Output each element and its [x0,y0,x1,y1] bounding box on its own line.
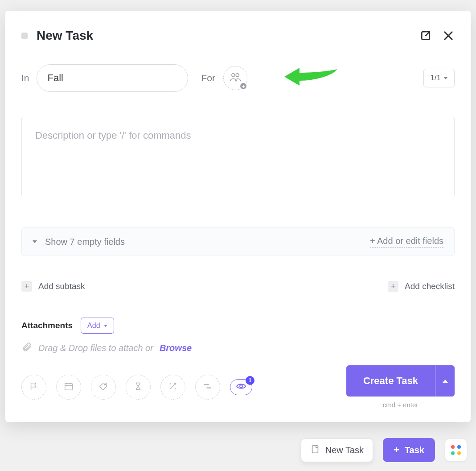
add-checklist-button[interactable]: + Add checklist [388,281,455,292]
task-status-indicator[interactable] [21,33,28,39]
draft-task-pill[interactable]: New Task [301,438,373,462]
app-launcher-button[interactable] [445,439,467,461]
chevron-up-icon [443,380,448,383]
add-subtask-label: Add subtask [38,281,85,291]
quick-task-label: Task [405,445,424,455]
app-dot [451,445,455,449]
create-task-button[interactable]: Create Task [346,365,435,397]
location-assignee-row: In Fall For + 1/1 [21,64,455,92]
add-assignee-badge: + [239,82,247,90]
chevron-down-icon [443,77,448,79]
drag-drop-text: Drag & Drop files to attach or [38,343,153,353]
description-placeholder: Description or type '/' for commands [35,130,441,141]
attachments-title: Attachments [21,321,73,331]
chevron-down-icon[interactable] [33,240,37,243]
app-dot [457,445,461,449]
app-dot [457,451,461,455]
counter-value: 1/1 [430,74,441,83]
quick-task-button[interactable]: + Task [383,438,435,462]
flag-icon [29,381,39,393]
paperclip-icon [21,342,32,355]
eye-icon [236,382,246,392]
tag-icon [98,381,108,393]
tags-picker[interactable] [91,375,116,400]
new-task-modal: New Task In Fall For [5,11,471,422]
hourglass-icon [134,381,143,393]
plus-icon: + [21,281,32,292]
svg-point-2 [232,74,235,77]
note-icon [310,444,320,456]
svg-point-8 [104,384,105,385]
description-input[interactable]: Description or type '/' for commands [21,117,455,196]
dependency-icon [203,382,213,392]
close-icon[interactable] [442,29,455,42]
add-attachment-label: Add [87,322,100,330]
tutorial-arrow-icon [284,67,338,88]
calendar-icon [64,381,74,393]
assignee-picker[interactable]: + [223,66,247,90]
add-subtask-button[interactable]: + Add subtask [21,281,85,292]
svg-point-11 [240,385,242,388]
show-fields-toggle[interactable]: Show 7 empty fields [45,237,125,247]
watchers-button[interactable]: 1 [230,379,252,395]
modal-title[interactable]: New Task [37,29,420,43]
svg-rect-12 [312,445,318,453]
add-checklist-label: Add checklist [405,281,455,291]
dependency-picker[interactable] [195,375,220,400]
for-label: For [201,73,216,83]
people-icon [229,72,242,84]
add-attachment-button[interactable]: Add [81,318,114,334]
due-date-picker[interactable] [56,375,81,400]
modal-header: New Task [21,29,455,43]
time-estimate-picker[interactable] [126,375,151,400]
svg-rect-4 [65,383,73,390]
watchers-count-badge: 1 [246,376,254,385]
browse-link[interactable]: Browse [160,343,192,353]
plus-icon: + [394,444,399,456]
list-selector[interactable]: Fall [37,64,188,92]
subtask-checklist-row: + Add subtask + Add checklist [21,281,455,292]
draft-task-label: New Task [325,445,364,455]
sparkle-icon [168,381,178,393]
priority-picker[interactable] [21,375,46,400]
svg-point-3 [236,74,239,77]
in-label: In [21,73,29,83]
drag-drop-area[interactable]: Drag & Drop files to attach or Browse [21,342,455,355]
chevron-down-icon [104,325,107,327]
expand-icon[interactable] [420,30,431,41]
task-options-row: 1 Create Task cmd + enter [21,365,455,409]
app-dot [451,451,455,455]
add-edit-fields-link[interactable]: + Add or edit fields [370,236,443,248]
create-task-dropdown[interactable] [435,365,455,397]
task-counter[interactable]: 1/1 [423,69,455,87]
create-task-section: Create Task cmd + enter [346,365,455,409]
keyboard-hint: cmd + enter [346,401,455,409]
attachments-header: Attachments Add [21,318,455,334]
plus-icon: + [388,281,398,292]
floating-action-bar: New Task + Task [301,438,467,462]
sprint-points-picker[interactable] [160,375,185,400]
custom-fields-bar: Show 7 empty fields + Add or edit fields [21,227,455,256]
